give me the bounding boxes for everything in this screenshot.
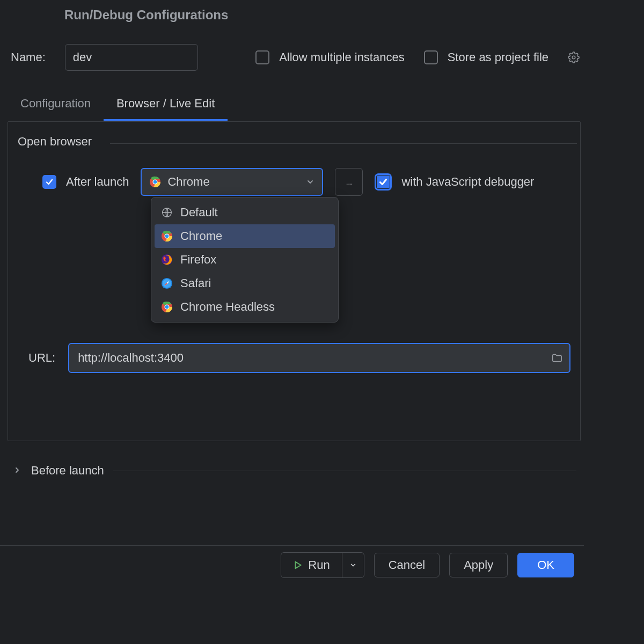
name-input[interactable]	[65, 44, 198, 71]
dropdown-item-chrome[interactable]: Chrome	[155, 224, 335, 248]
run-label: Run	[308, 558, 330, 572]
chevron-right-icon	[13, 466, 23, 475]
browser-dropdown: Default Chrome Firefox Safari Chrome Hea…	[151, 197, 339, 323]
dropdown-item-label: Firefox	[180, 253, 216, 267]
url-input[interactable]	[68, 343, 570, 373]
gear-icon[interactable]	[568, 52, 580, 63]
svg-point-13	[165, 305, 169, 309]
run-dropdown-button[interactable]	[342, 553, 364, 577]
ellipsis-icon: ...	[346, 178, 352, 186]
ok-button[interactable]: OK	[517, 553, 574, 577]
name-row: Name: Allow multiple instances Store as …	[11, 44, 580, 71]
allow-multiple-checkbox[interactable]: Allow multiple instances	[255, 50, 405, 64]
chevron-down-icon	[306, 178, 314, 186]
svg-point-0	[572, 56, 575, 59]
dropdown-item-label: Chrome Headless	[180, 300, 275, 314]
play-icon	[293, 560, 303, 570]
after-launch-row: After launch Chrome ... with JavaScript …	[42, 168, 534, 196]
checkbox-icon	[375, 173, 392, 191]
cancel-button[interactable]: Cancel	[374, 553, 440, 577]
chrome-icon	[161, 301, 173, 313]
url-label: URL:	[28, 351, 55, 365]
js-debugger-checkbox[interactable]: with JavaScript debugger	[375, 173, 534, 191]
svg-point-3	[153, 180, 157, 184]
after-launch-checkbox[interactable]: After launch	[42, 175, 129, 189]
checkbox-icon	[424, 50, 438, 64]
chrome-icon	[161, 230, 173, 242]
svg-point-7	[165, 235, 169, 238]
run-button[interactable]: Run	[281, 553, 341, 577]
divider	[110, 143, 577, 144]
browse-button[interactable]: ...	[335, 168, 363, 196]
before-launch-label: Before launch	[31, 464, 104, 478]
divider	[113, 471, 576, 471]
store-project-label: Store as project file	[448, 50, 548, 64]
safari-icon	[161, 277, 173, 289]
store-project-checkbox[interactable]: Store as project file	[424, 50, 548, 64]
allow-multiple-label: Allow multiple instances	[279, 50, 405, 64]
checkbox-icon	[42, 175, 56, 189]
dropdown-item-label: Default	[180, 206, 218, 219]
firefox-icon	[161, 254, 173, 266]
tab-configuration[interactable]: Configuration	[8, 91, 104, 121]
url-row: URL:	[28, 343, 570, 373]
run-split-button: Run	[281, 552, 364, 578]
dialog-footer: Run Cancel Apply OK	[0, 545, 584, 584]
checkbox-icon	[255, 50, 269, 64]
browser-select-value: Chrome	[167, 175, 209, 189]
tab-browser-live-edit[interactable]: Browser / Live Edit	[104, 91, 228, 121]
js-debugger-label: with JavaScript debugger	[401, 175, 534, 189]
chrome-icon	[149, 176, 161, 188]
after-launch-label: After launch	[66, 175, 129, 189]
browser-select[interactable]: Chrome	[141, 168, 323, 196]
browser-panel: Open browser After launch Chrome ...	[8, 121, 581, 441]
folder-icon[interactable]	[551, 352, 563, 364]
before-launch-section[interactable]: Before launch	[13, 464, 576, 478]
dropdown-item-chrome-headless[interactable]: Chrome Headless	[155, 295, 335, 319]
chevron-down-icon	[349, 561, 357, 569]
dropdown-item-firefox[interactable]: Firefox	[155, 248, 335, 272]
open-browser-group-title: Open browser	[18, 135, 92, 149]
dropdown-item-label: Chrome	[180, 229, 222, 243]
apply-button[interactable]: Apply	[449, 553, 508, 577]
globe-icon	[161, 207, 173, 218]
dropdown-item-safari[interactable]: Safari	[155, 272, 335, 295]
dialog-title: Run/Debug Configurations	[64, 8, 228, 23]
dropdown-item-label: Safari	[180, 276, 211, 290]
name-label: Name:	[11, 50, 46, 64]
dropdown-item-default[interactable]: Default	[155, 201, 335, 224]
tabs: Configuration Browser / Live Edit	[8, 91, 228, 121]
